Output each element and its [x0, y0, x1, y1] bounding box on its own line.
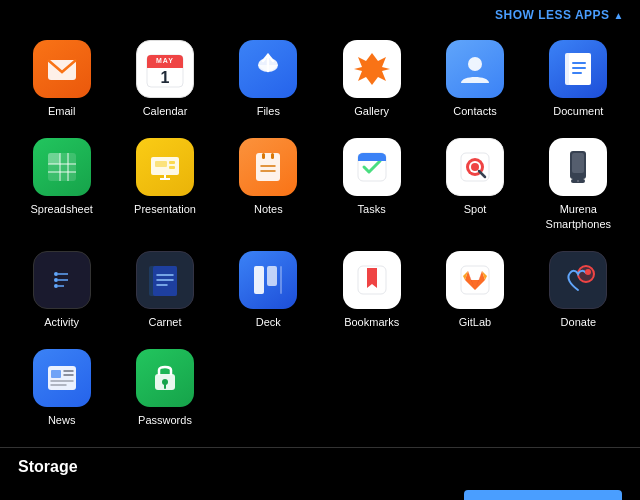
notes-label: Notes	[254, 202, 283, 216]
svg-rect-57	[280, 266, 282, 294]
show-less-apps-button[interactable]: SHOW LESS APPS ▲	[495, 8, 624, 22]
svg-rect-26	[256, 153, 280, 181]
activity-icon	[33, 251, 91, 309]
svg-point-46	[54, 284, 58, 288]
app-item-presentation[interactable]: Presentation	[113, 128, 216, 241]
top-bar: SHOW LESS APPS ▲	[0, 0, 640, 26]
svg-point-38	[471, 163, 479, 171]
activity-label: Activity	[44, 315, 79, 329]
app-item-spot[interactable]: Spot	[423, 128, 526, 241]
chevron-up-icon: ▲	[614, 10, 624, 21]
tasks-icon	[343, 138, 401, 196]
app-item-email[interactable]: Email	[10, 30, 113, 128]
calendar-label: Calendar	[143, 104, 188, 118]
svg-point-43	[577, 180, 579, 182]
files-icon	[239, 40, 297, 98]
svg-point-62	[585, 269, 591, 275]
contacts-icon	[446, 40, 504, 98]
app-item-gitlab[interactable]: GitLab	[423, 241, 526, 339]
upgrade-storage-button[interactable]: UPGRADE STORAGE	[464, 490, 622, 500]
deck-label: Deck	[256, 315, 281, 329]
gitlab-icon	[446, 251, 504, 309]
storage-section: Storage 1.1 MB of 1 GB (0.11%) used UPGR…	[0, 447, 640, 500]
calendar-icon: 1 MAY	[136, 40, 194, 98]
svg-text:MAY: MAY	[156, 57, 174, 64]
email-icon	[33, 40, 91, 98]
storage-footer: 1.1 MB of 1 GB (0.11%) used UPGRADE STOR…	[18, 482, 622, 500]
app-item-calendar[interactable]: 1 MAY Calendar	[113, 30, 216, 128]
app-item-deck[interactable]: Deck	[217, 241, 320, 339]
spot-label: Spot	[464, 202, 487, 216]
tasks-label: Tasks	[358, 202, 386, 216]
storage-title: Storage	[18, 458, 622, 476]
app-item-activity[interactable]: Activity	[10, 241, 113, 339]
deck-icon	[239, 251, 297, 309]
svg-rect-23	[169, 166, 175, 169]
files-label: Files	[257, 104, 280, 118]
app-item-passwords[interactable]: Passwords	[113, 339, 216, 437]
svg-rect-27	[262, 153, 265, 159]
document-icon	[549, 40, 607, 98]
app-item-gallery[interactable]: Gallery	[320, 30, 423, 128]
svg-rect-21	[155, 161, 167, 167]
svg-rect-3	[147, 64, 183, 68]
apps-grid: Email 1 MAY Calendar Files Gallery	[0, 26, 640, 447]
bookmarks-icon	[343, 251, 401, 309]
svg-text:1: 1	[161, 69, 170, 86]
app-item-bookmarks[interactable]: Bookmarks	[320, 241, 423, 339]
app-item-document[interactable]: Document	[527, 30, 630, 128]
app-item-notes[interactable]: Notes	[217, 128, 320, 241]
passwords-label: Passwords	[138, 413, 192, 427]
spot-icon	[446, 138, 504, 196]
email-label: Email	[48, 104, 76, 118]
carnet-icon	[136, 251, 194, 309]
svg-rect-55	[254, 266, 264, 294]
app-item-carnet[interactable]: Carnet	[113, 241, 216, 339]
spreadsheet-label: Spreadsheet	[30, 202, 92, 216]
murena-label: Murena Smartphones	[531, 202, 626, 231]
svg-point-44	[54, 278, 58, 282]
app-item-donate[interactable]: Donate	[527, 241, 630, 339]
news-label: News	[48, 413, 76, 427]
app-item-news[interactable]: News	[10, 339, 113, 437]
presentation-icon	[136, 138, 194, 196]
app-item-murena[interactable]: Murena Smartphones	[527, 128, 630, 241]
contacts-label: Contacts	[453, 104, 496, 118]
app-item-contacts[interactable]: Contacts	[423, 30, 526, 128]
document-label: Document	[553, 104, 603, 118]
app-item-spreadsheet[interactable]: Spreadsheet	[10, 128, 113, 241]
gitlab-label: GitLab	[459, 315, 491, 329]
show-less-apps-label: SHOW LESS APPS	[495, 8, 610, 22]
spreadsheet-icon	[33, 138, 91, 196]
news-icon	[33, 349, 91, 407]
svg-rect-41	[572, 153, 584, 173]
svg-rect-28	[271, 153, 274, 159]
gallery-label: Gallery	[354, 104, 389, 118]
svg-rect-56	[267, 266, 277, 286]
passwords-icon	[136, 349, 194, 407]
bookmarks-label: Bookmarks	[344, 315, 399, 329]
svg-point-8	[468, 57, 482, 71]
svg-rect-51	[153, 266, 177, 296]
svg-rect-22	[169, 161, 175, 164]
svg-rect-64	[51, 370, 61, 378]
gallery-icon	[343, 40, 401, 98]
carnet-label: Carnet	[148, 315, 181, 329]
murena-icon	[549, 138, 607, 196]
app-item-tasks[interactable]: Tasks	[320, 128, 423, 241]
presentation-label: Presentation	[134, 202, 196, 216]
notes-icon	[239, 138, 297, 196]
donate-icon	[549, 251, 607, 309]
svg-point-45	[54, 272, 58, 276]
donate-label: Donate	[561, 315, 596, 329]
svg-rect-19	[48, 153, 60, 164]
app-item-files[interactable]: Files	[217, 30, 320, 128]
svg-rect-34	[358, 157, 386, 161]
